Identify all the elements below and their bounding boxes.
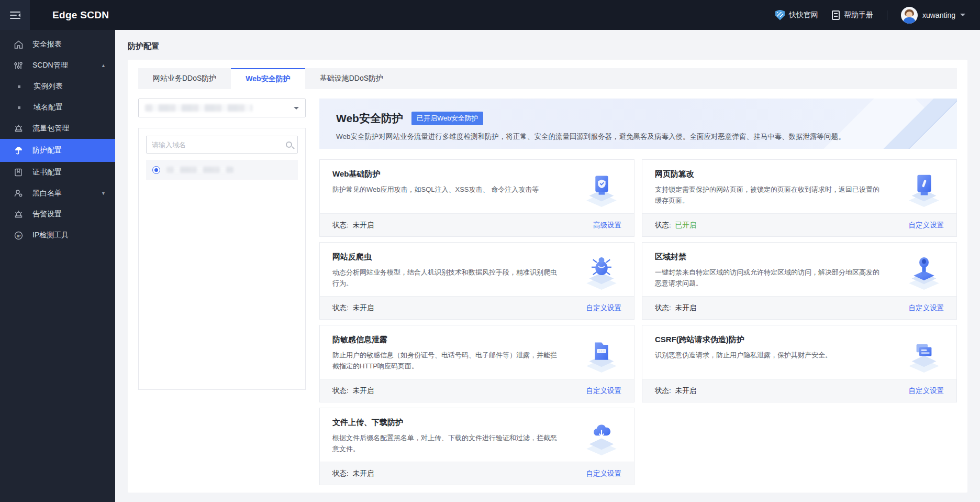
card-title: 文件上传、下载防护 — [332, 418, 558, 428]
custom-settings-link[interactable]: 自定义设置 — [909, 386, 944, 396]
ip-icon: IP — [14, 231, 23, 240]
custom-settings-link[interactable]: 自定义设置 — [909, 221, 944, 230]
card-anti-crawler: 网站反爬虫 动态分析网站业务模型，结合人机识别技术和数据风控手段，精准识别爬虫行… — [319, 242, 634, 320]
tab-website-ddos[interactable]: 网站业务DDoS防护 — [138, 68, 231, 89]
card-title: 网站反爬虫 — [332, 252, 558, 262]
card-sensitive-info-leak: 防敏感信息泄露 防止用户的敏感信息（如身份证号、电话号码、电子邮件等）泄露，并能… — [319, 325, 634, 402]
web-security-column: Web安全防护 已开启Web安全防护 Web安全防护对网站业务流量进行多维度检测… — [319, 99, 957, 485]
web-security-banner: Web安全防护 已开启Web安全防护 Web安全防护对网站业务流量进行多维度检测… — [319, 99, 957, 149]
card-csrf-protection: CSRF(跨站请求伪造)防护 识别恶意伪造请求，防止用户隐私泄露，保护其财产安全… — [642, 325, 957, 402]
shield-screen-icon — [582, 169, 621, 207]
help-manual-link[interactable]: 帮助手册 — [832, 10, 873, 20]
custom-settings-link[interactable]: 自定义设置 — [586, 386, 622, 396]
bullet-icon — [18, 106, 20, 109]
protection-cards-grid: Web基础防护 防护常见的Web应用攻击，如SQL注入、XSS攻击、 命令注入攻… — [319, 159, 957, 485]
brand-shield-icon — [775, 10, 785, 20]
card-title: Web基础防护 — [332, 169, 539, 179]
custom-settings-link[interactable]: 自定义设置 — [909, 303, 944, 313]
card-description: 防止用户的敏感信息（如身份证号、电话号码、电子邮件等）泄露，并能拦截指定的HTT… — [332, 350, 558, 372]
page-title: 防护配置 — [128, 41, 967, 51]
card-status: 状态:未开启 — [655, 386, 696, 396]
menu-collapse-icon — [10, 12, 20, 19]
card-region-block: 区域封禁 一键封禁来自特定区域的访问或允许特定区域的访问，解决部分地区高发的恶意… — [642, 242, 957, 320]
protection-panel: 网站业务DDoS防护 Web安全防护 基础设施DDoS防护 — [128, 60, 967, 493]
user-menu[interactable]: xuwanting — [901, 7, 965, 24]
custom-settings-link[interactable]: 自定义设置 — [586, 469, 622, 478]
card-file-transfer-protection: 文件上传、下载防护 根据文件后缀名配置黑名单，对上传、下载的文件进行验证和过滤，… — [319, 408, 634, 485]
header-divider — [887, 10, 887, 20]
card-description: 支持锁定需要保护的网站页面，被锁定的页面在收到请求时，返回已设置的缓存页面。 — [655, 184, 880, 206]
card-title: 网页防篡改 — [655, 169, 880, 179]
advanced-settings-link[interactable]: 高级设置 — [593, 221, 621, 230]
web-security-enabled-badge: 已开启Web安全防护 — [411, 112, 484, 125]
tab-infrastructure-ddos[interactable]: 基础设施DDoS防护 — [305, 68, 398, 89]
card-web-basic-protection: Web基础防护 防护常见的Web应用攻击，如SQL注入、XSS攻击、 命令注入攻… — [319, 159, 634, 237]
domain-list-item[interactable] — [146, 160, 298, 180]
card-description: 根据文件后缀名配置黑名单，对上传、下载的文件进行验证和过滤，拦截恶意文件。 — [332, 432, 558, 455]
tab-web-security[interactable]: Web安全防护 — [231, 68, 305, 89]
official-site-link[interactable]: 快快官网 — [775, 10, 818, 20]
domain-selector-column — [138, 99, 306, 485]
app-title: Edge SCDN — [52, 9, 109, 21]
card-title: 防敏感信息泄露 — [332, 335, 558, 345]
home-icon — [14, 40, 23, 49]
cards-stack-icon — [904, 335, 944, 373]
chevron-up-icon: ▲ — [101, 63, 106, 68]
card-status: 状态:未开启 — [332, 303, 374, 313]
sidebar-item-traffic-package[interactable]: 流量包管理 — [0, 118, 115, 139]
card-status: 状态:未开启 — [332, 386, 374, 396]
domain-list-panel — [138, 128, 306, 390]
sidebar-item-protection-config[interactable]: 防护配置 — [0, 139, 115, 162]
select-caret-icon — [294, 107, 299, 112]
search-icon[interactable] — [286, 141, 292, 148]
masked-domain-name — [166, 167, 233, 173]
card-description: 动态分析网站业务模型，结合人机识别技术和数据风控手段，精准识别爬虫行为。 — [332, 267, 558, 289]
sidebar-nav: 安全报表 SCDN管理 ▲ 实例列表 域名配置 流量包管理 防护配置 — [0, 30, 115, 502]
svg-text:＊＊＊: ＊＊＊ — [598, 350, 605, 353]
monitor-pencil-icon — [904, 169, 944, 207]
tab-bar: 网站业务DDoS防护 Web安全防护 基础设施DDoS防护 — [138, 68, 957, 89]
sidebar-item-scdn-manage[interactable]: SCDN管理 ▲ — [0, 55, 115, 76]
card-description: 识别恶意伪造请求，防止用户隐私泄露，保护其财产安全。 — [655, 350, 832, 361]
help-manual-label: 帮助手册 — [844, 10, 873, 20]
bullet-icon — [18, 85, 20, 88]
sidebar-item-domain-config[interactable]: 域名配置 — [0, 97, 115, 118]
sidebar-item-instance-list[interactable]: 实例列表 — [0, 76, 115, 97]
radio-selected-icon[interactable] — [152, 166, 160, 174]
chevron-down-icon: ▼ — [101, 191, 106, 196]
sidebar-item-black-white-list[interactable]: 黑白名单 ▼ — [0, 183, 115, 204]
card-description: 一键封禁来自特定区域的访问或允许特定区域的访问，解决部分地区高发的恶意请求问题。 — [655, 267, 880, 289]
card-status: 状态:已开启 — [655, 221, 696, 230]
sidebar-item-alert-settings[interactable]: 告警设置 — [0, 204, 115, 225]
manual-icon — [832, 10, 840, 20]
domain-search-input[interactable] — [152, 141, 286, 149]
svg-text:IP: IP — [16, 234, 20, 238]
custom-settings-link[interactable]: 自定义设置 — [586, 303, 622, 313]
region-stamp-icon — [904, 252, 944, 290]
siren-icon — [14, 124, 23, 133]
banner-description: Web安全防护对网站业务流量进行多维度检测和防护，将正常、安全的流量回源到服务器… — [336, 132, 957, 141]
card-description: 防护常见的Web应用攻击，如SQL注入、XSS攻击、 命令注入攻击等 — [332, 184, 539, 195]
spider-icon — [582, 252, 621, 290]
chevron-down-icon — [960, 14, 965, 19]
banner-title: Web安全防护 — [336, 111, 403, 126]
file-transfer-icon — [582, 418, 621, 455]
sidebar-item-certificate-config[interactable]: 证书配置 — [0, 162, 115, 183]
sidebar-collapse-button[interactable] — [0, 0, 30, 30]
card-title: 区域封禁 — [655, 252, 880, 262]
sliders-icon — [14, 61, 23, 70]
domain-search-box — [146, 136, 298, 154]
card-status: 状态:未开启 — [332, 469, 374, 478]
top-header: Edge SCDN 快快官网 帮助手册 xuwanting — [0, 0, 980, 30]
masked-instance-name — [145, 104, 252, 112]
instance-select[interactable] — [138, 99, 306, 117]
umbrella-icon — [14, 146, 23, 155]
sidebar-item-ip-check-tool[interactable]: IP IP检测工具 — [0, 225, 115, 246]
alarm-icon — [14, 210, 23, 219]
main-content: 防护配置 网站业务DDoS防护 Web安全防护 基础设施DDoS防护 — [115, 30, 980, 502]
card-title: CSRF(跨站请求伪造)防护 — [655, 335, 832, 345]
folder-card-icon: ＊＊＊ — [582, 335, 621, 373]
sidebar-item-security-report[interactable]: 安全报表 — [0, 34, 115, 55]
card-anti-tampering: 网页防篡改 支持锁定需要保护的网站页面，被锁定的页面在收到请求时，返回已设置的缓… — [642, 159, 957, 237]
user-list-icon — [14, 189, 23, 198]
